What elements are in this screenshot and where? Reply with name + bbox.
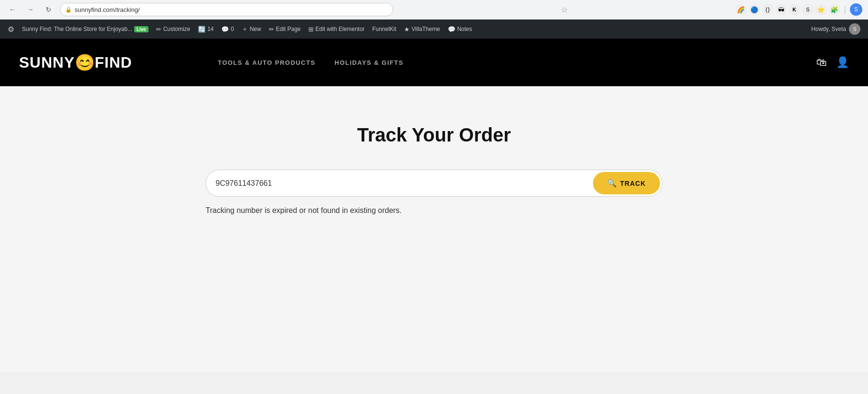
customize-icon: ✏ [156, 26, 161, 33]
bookmark-star[interactable]: ☆ [561, 5, 568, 14]
lock-icon: 🔒 [65, 7, 72, 13]
site-name-item[interactable]: Sunny Find: The Online Store for Enjoyab… [18, 20, 152, 39]
track-order-container: Track Your Order 🔍 TRACK Tracking number… [206, 124, 662, 215]
track-form: 🔍 TRACK [206, 170, 662, 197]
tracking-number-input[interactable] [206, 170, 591, 196]
ext-s-icon[interactable]: S [802, 4, 813, 15]
site-main: Track Your Order 🔍 TRACK Tracking number… [0, 86, 868, 372]
ext-k-icon[interactable]: K [789, 4, 800, 15]
live-badge: Live [134, 26, 148, 32]
browser-profile-icon[interactable]: S [850, 3, 862, 16]
extensions-divider: | [842, 5, 848, 15]
edit-elementor-item[interactable]: ⊞ Edit with Elementor [305, 20, 368, 39]
refresh-button[interactable]: ↻ [42, 3, 55, 16]
new-label: New [250, 26, 261, 32]
site-name-text: Sunny Find: The Online Store for Enjoyab… [22, 26, 132, 32]
url-text: sunnyfind.com/tracking/ [75, 6, 140, 13]
ext-puzzle-icon[interactable]: 🧩 [829, 4, 840, 15]
howdy-text: Howdy, Sveta [811, 26, 846, 32]
new-item[interactable]: ＋ New [238, 20, 265, 39]
wp-admin-bar: ⚙ Sunny Find: The Online Store for Enjoy… [0, 20, 868, 39]
updates-count: 14 [207, 26, 214, 32]
logo-text-left: SUNNY [19, 54, 75, 71]
edit-page-icon: ✏ [269, 26, 274, 33]
address-bar[interactable]: 🔒 sunnyfind.com/tracking/ [60, 3, 393, 16]
edit-elementor-label: Edit with Elementor [316, 26, 365, 32]
notes-icon: 💬 [448, 26, 455, 33]
logo-emoji: 😊 [75, 53, 95, 72]
track-button-label: TRACK [620, 180, 646, 187]
page-title: Track Your Order [206, 124, 662, 146]
account-icon[interactable]: 👤 [836, 56, 849, 69]
forward-button[interactable]: → [24, 3, 37, 16]
search-icon: 🔍 [607, 179, 617, 188]
updates-item[interactable]: 🔄 14 [194, 20, 217, 39]
villatheme-icon: ★ [404, 26, 410, 33]
nav-holidays-gifts[interactable]: HOLIDAYS & GIFTS [335, 59, 404, 66]
site-header: SUNNY 😊 FIND TOOLS & AUTO PRODUCTS HOLID… [0, 39, 868, 86]
comments-item[interactable]: 💬 0 [217, 20, 238, 39]
funnelkit-label: FunnelKit [372, 26, 396, 32]
elementor-icon: ⊞ [308, 26, 314, 33]
howdy-section[interactable]: Howdy, Sveta S [808, 23, 864, 35]
villatheme-label: VillaTheme [412, 26, 440, 32]
extensions-area: 🌈 🔵 ⟨⟩ 🕶 K S ⭐ 🧩 | S [735, 3, 862, 16]
ext-blue-icon[interactable]: 🔵 [749, 4, 760, 15]
header-icons: 🛍 👤 [816, 56, 849, 69]
wp-logo-item[interactable]: ⚙ [4, 20, 18, 39]
user-avatar: S [849, 23, 860, 35]
wp-logo-icon: ⚙ [8, 25, 14, 34]
site-nav: TOOLS & AUTO PRODUCTS HOLIDAYS & GIFTS [218, 59, 404, 66]
edit-page-label: Edit Page [276, 26, 301, 32]
funnelkit-item[interactable]: FunnelKit [368, 20, 400, 39]
new-icon: ＋ [242, 25, 248, 33]
error-message: Tracking number is expired or not found … [206, 206, 662, 215]
track-button[interactable]: 🔍 TRACK [593, 172, 660, 194]
comments-icon: 💬 [221, 26, 229, 33]
ext-glasses-icon[interactable]: 🕶 [775, 4, 787, 15]
ext-code-icon[interactable]: ⟨⟩ [762, 4, 773, 15]
customize-item[interactable]: ✏ Customize [152, 20, 194, 39]
nav-tools-auto[interactable]: TOOLS & AUTO PRODUCTS [218, 59, 316, 66]
notes-label: Notes [457, 26, 472, 32]
edit-page-item[interactable]: ✏ Edit Page [265, 20, 305, 39]
comments-count: 0 [231, 26, 234, 32]
notes-item[interactable]: 💬 Notes [444, 20, 476, 39]
cart-icon[interactable]: 🛍 [816, 56, 827, 69]
updates-icon: 🔄 [198, 26, 206, 33]
customize-label: Customize [163, 26, 190, 32]
logo-text-right: FIND [95, 54, 132, 71]
back-button[interactable]: ← [6, 3, 19, 16]
villatheme-item[interactable]: ★ VillaTheme [400, 20, 444, 39]
site-logo[interactable]: SUNNY 😊 FIND [19, 53, 132, 72]
ext-star-icon[interactable]: ⭐ [815, 4, 827, 15]
ext-colorful-icon[interactable]: 🌈 [735, 4, 747, 15]
